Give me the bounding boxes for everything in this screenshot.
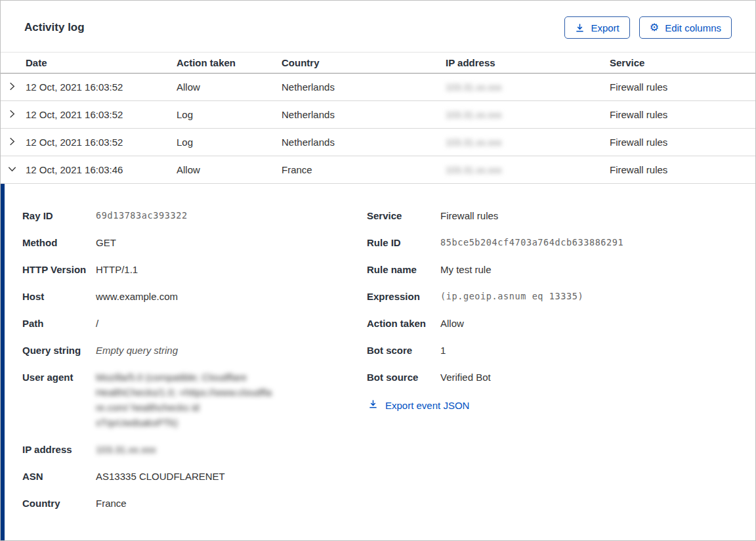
row-date: 12 Oct, 2021 16:03:52 [26, 109, 177, 120]
detail-field-label: Bot source [367, 370, 440, 385]
detail-field-value: / [96, 316, 98, 331]
detail-field-label: Method [22, 235, 96, 250]
detail-field-value: Firewall rules [440, 208, 498, 223]
table-header: Date Action taken Country IP address Ser… [1, 52, 755, 74]
column-header-service: Service [610, 57, 755, 68]
row-expander[interactable] [1, 109, 26, 121]
detail-field-label: Expression [367, 289, 440, 304]
row-action-taken: Allow [177, 164, 282, 175]
activity-table: Date Action taken Country IP address Ser… [1, 52, 755, 184]
row-expander[interactable] [1, 164, 26, 176]
row-date: 12 Oct, 2021 16:03:52 [26, 81, 177, 93]
detail-field-label: Ray ID [22, 208, 96, 223]
detail-field-label: Query string [22, 343, 96, 358]
export-event-json-link[interactable]: Export event JSON [368, 399, 469, 411]
detail-field-label: Rule name [367, 262, 440, 277]
detail-field-label: ASN [22, 469, 96, 484]
detail-field-value: AS13335 CLOUDFLARENET [96, 469, 225, 484]
row-date: 12 Oct, 2021 16:03:52 [26, 137, 177, 148]
detail-field-row: HTTP Version HTTP/1.1 [22, 262, 367, 277]
row-expander[interactable] [1, 81, 26, 93]
row-service: Firewall rules [610, 137, 755, 148]
detail-field-value: Verified Bot [440, 370, 491, 385]
detail-field-value: (ip.geoip.asnum eq 13335) [440, 289, 583, 304]
detail-field-label: Rule ID [367, 235, 440, 250]
export-event-json-label: Export event JSON [385, 400, 469, 411]
row-ip-address-redacted: 103.31.xx.xxx [446, 110, 610, 120]
export-button[interactable]: Export [564, 16, 629, 39]
row-date: 12 Oct, 2021 16:03:46 [26, 164, 177, 175]
detail-field-value: My test rule [440, 262, 492, 277]
row-country: Netherlands [282, 137, 446, 148]
detail-field-row: Ray ID 69d13783ac393322 [22, 208, 367, 223]
row-service: Firewall rules [610, 81, 755, 93]
detail-field-row: Method GET [22, 235, 367, 250]
detail-field-label: Action taken [367, 316, 440, 331]
detail-field-value: Empty query string [96, 343, 178, 358]
table-body: 12 Oct, 2021 16:03:52 Allow Netherlands … [1, 74, 755, 184]
detail-field-row: Action taken Allow [367, 316, 736, 331]
detail-field-value: www.example.com [96, 289, 178, 304]
chevron-right-icon [7, 109, 17, 121]
table-row[interactable]: 12 Oct, 2021 16:03:52 Log Netherlands 10… [1, 101, 755, 129]
page-title: Activity log [24, 21, 85, 34]
detail-field-label: User agent [22, 370, 96, 430]
chevron-down-icon [7, 164, 17, 176]
download-icon [575, 23, 585, 33]
edit-columns-button[interactable]: ⚙ Edit columns [639, 16, 732, 39]
detail-field-value: 1 [440, 343, 446, 358]
detail-field-value: Allow [440, 316, 464, 331]
detail-field-value: 103.31.xx.xxx [96, 442, 156, 457]
chevron-right-icon [7, 137, 17, 148]
download-icon [368, 399, 378, 411]
detail-right-column: Service Firewall rules Rule ID 85bce5b20… [367, 208, 736, 412]
detail-field-row: Bot source Verified Bot [367, 370, 736, 385]
detail-field-value: Mozilla/5.0 (compatible; CloudflareHealt… [96, 370, 272, 430]
row-country: Netherlands [282, 109, 446, 120]
row-country: France [282, 164, 446, 175]
row-action-taken: Log [177, 137, 282, 148]
detail-field-value: GET [96, 235, 116, 250]
detail-field-label: IP address [22, 442, 96, 457]
detail-field-row: Expression (ip.geoip.asnum eq 13335) [367, 289, 736, 304]
detail-field-row: Query string Empty query string [22, 343, 367, 358]
column-header-ip-address: IP address [446, 57, 610, 68]
table-row[interactable]: 12 Oct, 2021 16:03:46 Allow France 103.3… [1, 156, 755, 184]
row-action-taken: Allow [177, 81, 282, 93]
detail-field-label: Host [22, 289, 96, 304]
column-header-country: Country [282, 57, 446, 68]
detail-field-value: France [96, 496, 127, 511]
row-ip-address-redacted: 103.31.xx.xxx [446, 165, 610, 175]
detail-field-row: Rule ID 85bce5b204cf4703a764dcb633886291 [367, 235, 736, 250]
detail-left-column: Ray ID 69d13783ac393322 Method GET HTTP … [22, 208, 367, 523]
export-button-label: Export [591, 22, 619, 33]
detail-field-row: Rule name My test rule [367, 262, 736, 277]
edit-columns-button-label: Edit columns [665, 22, 721, 33]
detail-field-row: Service Firewall rules [367, 208, 736, 223]
panel-header: Activity log Export ⚙ Edit columns [1, 1, 755, 52]
table-row[interactable]: 12 Oct, 2021 16:03:52 Allow Netherlands … [1, 74, 755, 101]
row-expander[interactable] [1, 137, 26, 148]
detail-field-row: Bot score 1 [367, 343, 736, 358]
row-ip-address-redacted: 103.31.xx.xxx [446, 82, 610, 93]
detail-field-label: Country [22, 496, 96, 511]
column-header-action-taken: Action taken [177, 57, 282, 68]
detail-field-value: 69d13783ac393322 [96, 208, 188, 223]
row-service: Firewall rules [610, 164, 755, 175]
row-country: Netherlands [282, 81, 446, 93]
row-ip-address-redacted: 103.31.xx.xxx [446, 137, 610, 148]
column-header-date: Date [26, 57, 177, 68]
detail-field-row: User agent Mozilla/5.0 (compatible; Clou… [22, 370, 367, 430]
toolbar: Export ⚙ Edit columns [564, 16, 732, 39]
row-action-taken: Log [177, 109, 282, 120]
detail-field-row: Host www.example.com [22, 289, 367, 304]
detail-field-value: 85bce5b204cf4703a764dcb633886291 [440, 235, 623, 250]
detail-field-value: HTTP/1.1 [96, 262, 138, 277]
row-service: Firewall rules [610, 109, 755, 120]
detail-field-row: ASN AS13335 CLOUDFLARENET [22, 469, 367, 484]
detail-field-label: HTTP Version [22, 262, 96, 277]
detail-field-label: Bot score [367, 343, 440, 358]
detail-field-row: IP address 103.31.xx.xxx [22, 442, 367, 457]
table-row[interactable]: 12 Oct, 2021 16:03:52 Log Netherlands 10… [1, 129, 755, 156]
detail-field-label: Path [22, 316, 96, 331]
